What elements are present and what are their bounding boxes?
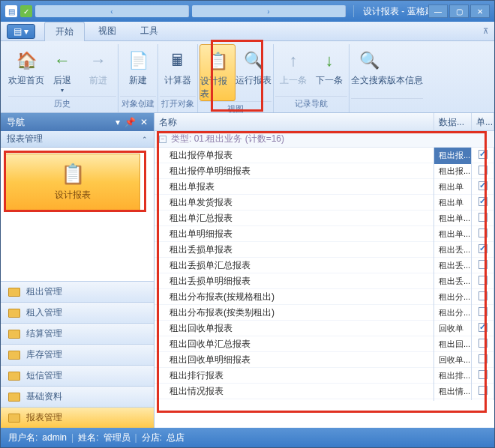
checkbox[interactable]	[478, 291, 488, 300]
folder-icon	[8, 351, 20, 360]
nav-cat-2[interactable]: 结算管理	[1, 323, 154, 344]
checkbox[interactable]	[478, 228, 488, 237]
ribbon: 🏠欢迎首页 ←后退▾ →前进 历史 📄新建 对象创建 🖩计算器 打开对象 📋设计…	[1, 41, 494, 113]
next-icon: ↓	[317, 49, 341, 73]
checkbox[interactable]	[478, 150, 488, 159]
version-button[interactable]: 版本信息	[387, 44, 423, 98]
checkbox[interactable]	[478, 323, 488, 332]
calculator-icon: 🖩	[166, 49, 190, 73]
folder-icon	[8, 330, 20, 339]
magnifier-icon: 🔍	[242, 49, 266, 73]
titlebar: ▤ ✓ ‹ › 设计报表 - 蓝格建材租赁管理软件[试用版本] 免费解答任何疑问…	[1, 1, 494, 22]
nav-panel: 导航 ▾📌✕ 报表管理 ⌃ 📋 设计报表 租出管理租入管理结算管理库存管理短信管…	[1, 113, 154, 428]
grid-header: 名称 数据... 单...	[154, 113, 494, 131]
tab-start[interactable]: 开始	[44, 22, 85, 41]
search-button[interactable]: 🔍全文搜索	[351, 44, 387, 98]
chevron-up-icon: ⌃	[142, 136, 148, 143]
design-report-button[interactable]: 📋设计报表	[200, 44, 236, 101]
redo-icon[interactable]: ›	[192, 5, 346, 17]
checkbox[interactable]	[478, 197, 488, 206]
status-bar: 用户名:admin | 姓名:管理员 | 分店:总店	[1, 428, 494, 447]
forward-icon: →	[86, 49, 110, 73]
status-branch: 总店	[166, 432, 184, 444]
save-icon[interactable]: ✓	[20, 5, 32, 17]
folder-icon	[8, 309, 20, 318]
home-icon: 🏠	[14, 49, 38, 73]
app-menu-button[interactable]: ▤ ▾	[7, 24, 35, 39]
status-user: admin	[42, 432, 67, 443]
nav-cat-6[interactable]: 报表管理	[1, 407, 154, 428]
checkbox[interactable]	[478, 166, 488, 175]
home-button[interactable]: 🏠欢迎首页	[8, 44, 44, 96]
status-name: 管理员	[104, 432, 130, 444]
ribbon-pin-icon[interactable]: ⊼	[483, 27, 488, 35]
app-icon: ▤	[5, 5, 17, 17]
checkbox[interactable]	[478, 354, 488, 363]
group-nav: 记录导航	[275, 96, 347, 112]
col-chk[interactable]: 单...	[472, 113, 494, 130]
checkbox[interactable]	[478, 213, 488, 222]
prev-icon: ↑	[281, 49, 305, 73]
grid-panel: 名称 数据... 单... − 类型: 01.租出业务 (计数=16) 租出报停…	[154, 113, 494, 428]
collapse-icon[interactable]: −	[159, 136, 166, 143]
col-db[interactable]: 数据...	[434, 113, 472, 130]
nav-section-header[interactable]: 报表管理 ⌃	[1, 131, 154, 148]
folder-icon	[8, 288, 20, 297]
folder-icon	[8, 414, 20, 423]
nav-header: 导航 ▾📌✕	[1, 113, 154, 131]
checkbox[interactable]	[478, 386, 488, 395]
back-icon: ←	[50, 49, 74, 73]
info-icon	[393, 49, 417, 73]
tab-tool[interactable]: 工具	[130, 22, 169, 40]
nav-cat-1[interactable]: 租入管理	[1, 302, 154, 323]
clipboard-icon: 📋	[206, 49, 230, 73]
prev-button: ↑上一条	[275, 44, 311, 96]
tab-strip: ▤ ▾ 开始 视图 工具 ⊼	[1, 22, 494, 41]
close-button[interactable]: ✕	[470, 4, 490, 18]
tab-view[interactable]: 视图	[88, 22, 127, 40]
group-history: 历史	[8, 96, 116, 112]
nav-cat-3[interactable]: 库存管理	[1, 344, 154, 365]
checkbox[interactable]	[478, 370, 488, 379]
search-icon: 🔍	[357, 49, 381, 73]
checkbox[interactable]	[478, 244, 488, 253]
group-row[interactable]: − 类型: 01.租出业务 (计数=16)	[154, 131, 494, 148]
nav-dropdown-icon[interactable]: ▾	[116, 117, 120, 127]
nav-design-report-button[interactable]: 📋 设计报表	[5, 154, 140, 211]
minimize-button[interactable]: —	[428, 4, 448, 18]
nav-cat-0[interactable]: 租出管理	[1, 281, 154, 302]
calc-button[interactable]: 🖩计算器	[160, 44, 196, 96]
table-row[interactable]: 租出情况报表租出情...	[154, 384, 494, 399]
group-open: 打开对象	[160, 96, 196, 112]
nav-cat-4[interactable]: 短信管理	[1, 365, 154, 386]
run-report-button[interactable]: 🔍运行报表	[236, 44, 272, 101]
undo-icon[interactable]: ‹	[35, 5, 189, 17]
maximize-button[interactable]: ▢	[449, 4, 469, 18]
checkbox[interactable]	[478, 339, 488, 348]
clipboard-icon: 📋	[61, 163, 85, 186]
folder-icon	[8, 393, 20, 402]
nav-pin-icon[interactable]: 📌	[124, 117, 136, 127]
group-create: 对象创建	[120, 96, 156, 112]
next-button[interactable]: ↓下一条	[311, 44, 347, 96]
nav-close-icon[interactable]: ✕	[140, 117, 148, 127]
new-button[interactable]: 📄新建	[120, 44, 156, 96]
nav-cat-5[interactable]: 基础资料	[1, 386, 154, 407]
app-window: ▤ ✓ ‹ › 设计报表 - 蓝格建材租赁管理软件[试用版本] 免费解答任何疑问…	[0, 0, 495, 448]
col-name[interactable]: 名称	[154, 113, 434, 130]
forward-button: →前进	[80, 44, 116, 96]
folder-icon	[8, 372, 20, 381]
window-title: 设计报表 - 蓝格建材租赁管理软件[试用版本] 免费解答任何疑问 Email: …	[363, 5, 428, 18]
back-button[interactable]: ←后退▾	[44, 44, 80, 96]
new-icon: 📄	[126, 49, 150, 73]
checkbox[interactable]	[478, 307, 488, 316]
checkbox[interactable]	[478, 260, 488, 269]
checkbox[interactable]	[478, 276, 488, 285]
checkbox[interactable]	[478, 181, 488, 190]
